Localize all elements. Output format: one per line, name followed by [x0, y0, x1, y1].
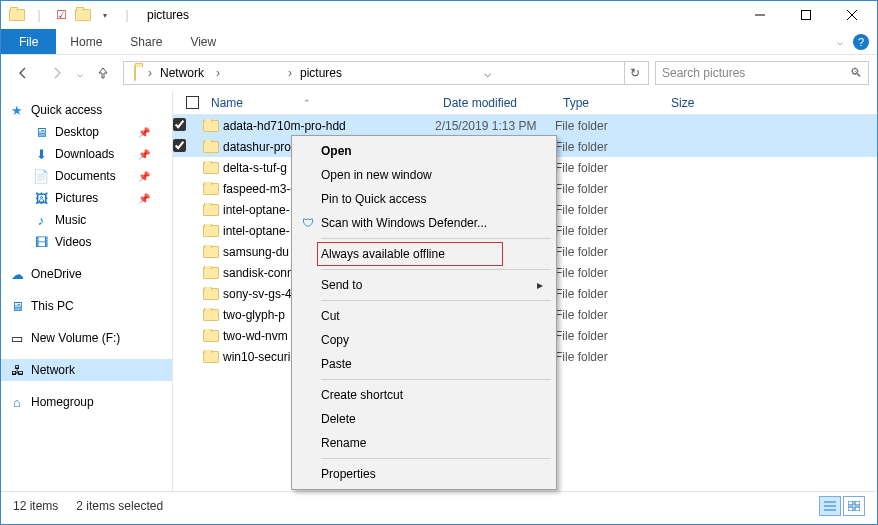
- context-menu-item[interactable]: Send to▸: [295, 273, 553, 297]
- sidebar-item[interactable]: 🖥Desktop📌: [1, 121, 172, 143]
- sidebar-this-pc[interactable]: 🖥This PC: [1, 295, 172, 317]
- menu-separator: [321, 379, 551, 380]
- item-icon: ♪: [33, 212, 49, 228]
- sidebar-item[interactable]: ⬇Downloads📌: [1, 143, 172, 165]
- context-menu-item[interactable]: Cut: [295, 304, 553, 328]
- close-button[interactable]: [829, 1, 875, 29]
- menu-item-label: Rename: [321, 436, 366, 450]
- context-menu-item[interactable]: Always available offline: [295, 242, 553, 266]
- menu-separator: [321, 269, 551, 270]
- file-type-cell: File folder: [555, 287, 663, 301]
- file-type-cell: File folder: [555, 161, 663, 175]
- file-name: two-wd-nvm: [223, 329, 288, 343]
- sidebar-onedrive[interactable]: ☁OneDrive: [1, 263, 172, 285]
- up-button[interactable]: [89, 59, 117, 87]
- quick-access-toolbar: | ☑ ▾ |: [3, 5, 137, 25]
- context-menu: OpenOpen in new windowPin to Quick acces…: [291, 135, 557, 490]
- file-type-cell: File folder: [555, 203, 663, 217]
- pin-icon: 📌: [138, 171, 150, 182]
- folder-icon: [7, 5, 27, 25]
- file-name: two-glyph-p: [223, 308, 285, 322]
- item-icon: 🖥: [33, 124, 49, 140]
- thumbnails-view-button[interactable]: [843, 496, 865, 516]
- sidebar-item-label: Documents: [55, 169, 116, 183]
- menu-item-label: Delete: [321, 412, 356, 426]
- sidebar-item[interactable]: 🎞Videos: [1, 231, 172, 253]
- file-type-cell: File folder: [555, 245, 663, 259]
- context-menu-item[interactable]: Delete: [295, 407, 553, 431]
- sidebar-item[interactable]: 📄Documents📌: [1, 165, 172, 187]
- folder-icon: [203, 309, 219, 321]
- column-select-all[interactable]: [173, 96, 203, 109]
- back-button[interactable]: [9, 59, 37, 87]
- menu-item-label: Copy: [321, 333, 349, 347]
- file-row[interactable]: adata-hd710m-pro-hdd 2/15/2019 1:13 PM F…: [173, 115, 877, 136]
- sidebar-item[interactable]: ♪Music: [1, 209, 172, 231]
- row-checkbox[interactable]: [173, 118, 203, 134]
- folder-icon: [203, 141, 219, 153]
- tab-home[interactable]: Home: [56, 29, 116, 54]
- tab-view[interactable]: View: [176, 29, 230, 54]
- cloud-icon: ☁: [9, 266, 25, 282]
- search-icon[interactable]: 🔍︎: [850, 66, 862, 80]
- tab-share[interactable]: Share: [116, 29, 176, 54]
- context-menu-item[interactable]: Properties: [295, 462, 553, 486]
- column-name[interactable]: Name⌃: [203, 96, 435, 110]
- folder-icon: [203, 351, 219, 363]
- chevron-right-icon[interactable]: ›: [284, 66, 296, 80]
- svg-rect-10: [855, 507, 860, 511]
- context-menu-item[interactable]: Copy: [295, 328, 553, 352]
- help-icon[interactable]: ?: [853, 34, 869, 50]
- context-menu-item[interactable]: Pin to Quick access: [295, 187, 553, 211]
- context-menu-item[interactable]: Open in new window: [295, 163, 553, 187]
- sidebar-homegroup[interactable]: ⌂Homegroup: [1, 391, 172, 413]
- history-dropdown-icon[interactable]: ⌵: [77, 68, 83, 79]
- file-name: sandisk-conn: [223, 266, 294, 280]
- item-icon: 🎞: [33, 234, 49, 250]
- sidebar-item[interactable]: 🖼Pictures📌: [1, 187, 172, 209]
- chevron-right-icon[interactable]: ›: [212, 66, 224, 80]
- menu-item-label: Send to: [321, 278, 362, 292]
- pin-icon: 📌: [138, 149, 150, 160]
- context-menu-item[interactable]: Create shortcut: [295, 383, 553, 407]
- status-bar: 12 items 2 items selected: [1, 491, 877, 519]
- maximize-button[interactable]: [783, 1, 829, 29]
- context-menu-item[interactable]: Paste: [295, 352, 553, 376]
- context-menu-item[interactable]: 🛡Scan with Windows Defender...: [295, 211, 553, 235]
- svg-rect-7: [848, 501, 853, 505]
- column-type[interactable]: Type: [555, 96, 663, 110]
- chevron-right-icon[interactable]: ›: [144, 66, 156, 80]
- search-input[interactable]: Search pictures 🔍︎: [655, 61, 869, 85]
- ribbon-expand-icon[interactable]: ⌵: [837, 36, 843, 47]
- refresh-button[interactable]: ↻: [624, 62, 646, 84]
- address-bar[interactable]: › Network › › pictures ⌵ ↻: [123, 61, 649, 85]
- properties-icon[interactable]: ☑: [51, 5, 71, 25]
- context-menu-item[interactable]: Rename: [295, 431, 553, 455]
- file-name: sony-sv-gs-4: [223, 287, 292, 301]
- star-icon: ★: [9, 102, 25, 118]
- row-checkbox[interactable]: [173, 139, 203, 155]
- window-controls: [737, 1, 875, 29]
- context-menu-item[interactable]: Open: [295, 139, 553, 163]
- minimize-button[interactable]: [737, 1, 783, 29]
- column-size[interactable]: Size: [663, 96, 753, 110]
- sidebar-quick-access[interactable]: ★ Quick access: [1, 99, 172, 121]
- breadcrumb[interactable]: [224, 62, 284, 84]
- sidebar-item-label: Videos: [55, 235, 91, 249]
- forward-button[interactable]: [43, 59, 71, 87]
- breadcrumb[interactable]: pictures: [296, 62, 350, 84]
- sidebar-network[interactable]: 🖧Network: [1, 359, 172, 381]
- dropdown-icon[interactable]: ▾: [95, 5, 115, 25]
- breadcrumb[interactable]: Network: [156, 62, 212, 84]
- divider-icon: |: [117, 5, 137, 25]
- divider-icon: |: [29, 5, 49, 25]
- sidebar-volume[interactable]: ▭New Volume (F:): [1, 327, 172, 349]
- details-view-button[interactable]: [819, 496, 841, 516]
- chevron-down-icon[interactable]: ⌵: [481, 66, 493, 80]
- sidebar: ★ Quick access 🖥Desktop📌⬇Downloads📌📄Docu…: [1, 91, 173, 491]
- file-tab[interactable]: File: [1, 29, 56, 54]
- status-item-count: 12 items: [13, 499, 58, 513]
- file-name-cell[interactable]: adata-hd710m-pro-hdd: [203, 119, 435, 133]
- column-date[interactable]: Date modified: [435, 96, 555, 110]
- file-type-cell: File folder: [555, 182, 663, 196]
